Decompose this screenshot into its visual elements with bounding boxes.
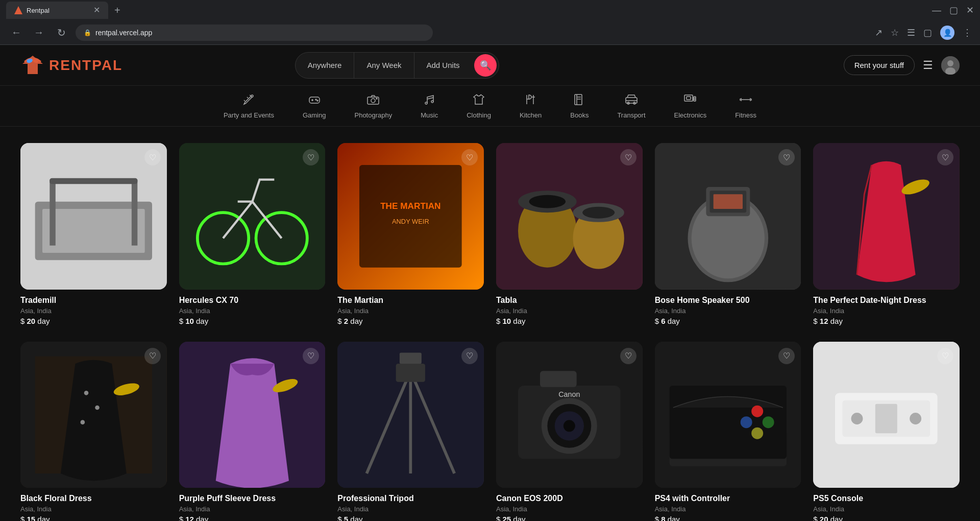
product-name: The Martian <box>337 296 484 305</box>
product-card-tabla[interactable]: ♡ Tabla Asia, India $ 10 day <box>496 143 643 325</box>
kitchen-icon <box>524 93 537 108</box>
product-image-wrapper: ♡ <box>179 143 326 290</box>
product-location: Asia, India <box>496 307 643 315</box>
minimize-button[interactable]: — <box>932 5 941 16</box>
close-window-button[interactable]: ✕ <box>966 5 974 16</box>
category-books[interactable]: Books <box>556 86 603 126</box>
product-price: $ 12 day <box>179 515 326 521</box>
product-card-tripod[interactable]: ♡ Professional Tripod Asia, India $ 5 da… <box>337 342 484 521</box>
svg-rect-44 <box>179 143 326 290</box>
sidebar-icon[interactable]: ▢ <box>923 27 932 38</box>
main-content: ♡ Trademill Asia, India $ 20 day ♡ Hercu… <box>0 127 980 521</box>
category-electronics[interactable]: Electronics <box>660 86 721 126</box>
menu-icon[interactable]: ☰ <box>923 59 933 72</box>
category-fitness[interactable]: Fitness <box>721 86 771 126</box>
category-transport[interactable]: Transport <box>603 86 659 126</box>
product-card-dress-red[interactable]: ♡ The Perfect Date-Night Dress Asia, Ind… <box>813 143 960 325</box>
svg-rect-42 <box>132 180 137 246</box>
tab-favicon <box>14 6 22 14</box>
maximize-button[interactable]: ▢ <box>949 5 958 16</box>
browser-tab[interactable]: Rentpal ✕ <box>6 2 108 19</box>
product-location: Asia, India <box>496 505 643 513</box>
product-price: $ 5 day <box>337 515 484 521</box>
back-button[interactable]: ← <box>8 27 24 38</box>
svg-point-92 <box>762 416 774 428</box>
category-photography[interactable]: Photography <box>340 86 406 126</box>
favorite-button[interactable]: ♡ <box>620 149 636 165</box>
search-icon: 🔍 <box>480 60 491 71</box>
product-location: Asia, India <box>337 307 484 315</box>
date-search[interactable]: Any Week <box>354 53 414 78</box>
product-card-canon[interactable]: Canon ♡ Canon EOS 200D Asia, India $ 25 … <box>496 342 643 521</box>
units-search[interactable]: Add Units <box>414 53 472 78</box>
product-price: $ 20 day <box>813 515 960 521</box>
address-field[interactable]: 🔒 rentpal.vercel.app <box>76 25 433 41</box>
share-icon[interactable]: ↗ <box>875 27 883 38</box>
logo-icon <box>20 55 45 76</box>
photography-icon <box>366 93 380 108</box>
logo-container[interactable]: RENTPAL <box>20 55 122 76</box>
bookmark-icon[interactable]: ☆ <box>891 27 899 38</box>
product-card-dress-black[interactable]: ♡ Black Floral Dress Asia, India $ 15 da… <box>20 342 167 521</box>
user-avatar[interactable] <box>941 56 960 75</box>
favorite-button[interactable]: ♡ <box>937 149 953 165</box>
category-kitchen[interactable]: Kitchen <box>505 86 556 126</box>
favorite-button[interactable]: ♡ <box>303 348 319 364</box>
tab-close-button[interactable]: ✕ <box>93 6 100 14</box>
favorite-button[interactable]: ♡ <box>144 149 161 165</box>
product-location: Asia, India <box>655 505 801 513</box>
product-card-ps5[interactable]: ♡ PS5 Console Asia, India $ 20 day <box>813 342 960 521</box>
favorite-button[interactable]: ♡ <box>461 348 478 364</box>
more-options-icon[interactable]: ⋮ <box>963 27 972 38</box>
address-text: rentpal.vercel.app <box>95 29 152 37</box>
product-name: Canon EOS 200D <box>496 494 643 503</box>
category-music[interactable]: Music <box>406 86 452 126</box>
music-icon <box>423 93 436 108</box>
heart-icon: ♡ <box>307 351 314 361</box>
forward-button[interactable]: → <box>31 27 47 38</box>
transport-label: Transport <box>617 111 645 119</box>
svg-rect-43 <box>50 178 137 184</box>
category-nav: Party and Events Gaming Photography <box>0 86 980 127</box>
favorite-button[interactable]: ♡ <box>937 348 953 364</box>
svg-point-16 <box>431 101 433 103</box>
product-location: Asia, India <box>655 307 801 315</box>
category-clothing[interactable]: Clothing <box>452 86 505 126</box>
heart-icon: ♡ <box>625 351 632 361</box>
avatar-image <box>941 56 960 75</box>
profile-avatar[interactable]: 👤 <box>940 26 954 40</box>
category-gaming[interactable]: Gaming <box>288 86 340 126</box>
product-price: $ 8 day <box>655 515 801 521</box>
favorite-button[interactable]: ♡ <box>778 348 795 364</box>
rent-button[interactable]: Rent your stuff <box>844 55 915 75</box>
product-location: Asia, India <box>20 505 167 513</box>
heart-icon: ♡ <box>466 351 473 361</box>
product-card-bike[interactable]: ♡ Hercules CX 70 Asia, India $ 10 day <box>179 143 326 325</box>
product-image-wrapper: ♡ <box>20 342 167 488</box>
product-card-dress-purple[interactable]: ♡ Purple Puff Sleeve Dress Asia, India $… <box>179 342 326 521</box>
favorite-button[interactable]: ♡ <box>461 149 478 165</box>
product-card-speaker[interactable]: ♡ Bose Home Speaker 500 Asia, India $ 6 … <box>655 143 801 325</box>
svg-rect-63 <box>713 194 742 209</box>
tab-title: Rentpal <box>27 7 50 14</box>
search-button[interactable]: 🔍 <box>474 54 497 77</box>
reload-button[interactable]: ↻ <box>53 27 69 39</box>
product-card-martian[interactable]: THE MARTIANANDY WEIR ♡ The Martian Asia,… <box>337 143 484 325</box>
location-search[interactable]: Anywhere <box>296 53 355 78</box>
svg-line-17 <box>427 98 433 99</box>
extensions-icon[interactable]: ☰ <box>907 27 915 38</box>
product-image-wrapper: ♡ <box>813 342 960 488</box>
product-card-treadmill[interactable]: ♡ Trademill Asia, India $ 20 day <box>20 143 167 325</box>
product-name: The Perfect Date-Night Dress <box>813 296 960 305</box>
product-location: Asia, India <box>179 505 326 513</box>
product-name: PS5 Console <box>813 494 960 503</box>
heart-icon: ♡ <box>625 153 632 162</box>
category-party[interactable]: Party and Events <box>209 86 288 126</box>
header-right: Rent your stuff ☰ <box>844 55 960 75</box>
favorite-button[interactable]: ♡ <box>620 348 636 364</box>
svg-rect-48 <box>359 165 462 268</box>
svg-point-4 <box>947 60 953 66</box>
product-card-controller[interactable]: ♡ PS4 with Controller Asia, India $ 8 da… <box>655 342 801 521</box>
new-tab-button[interactable]: + <box>114 5 120 16</box>
favorite-button[interactable]: ♡ <box>144 348 161 364</box>
